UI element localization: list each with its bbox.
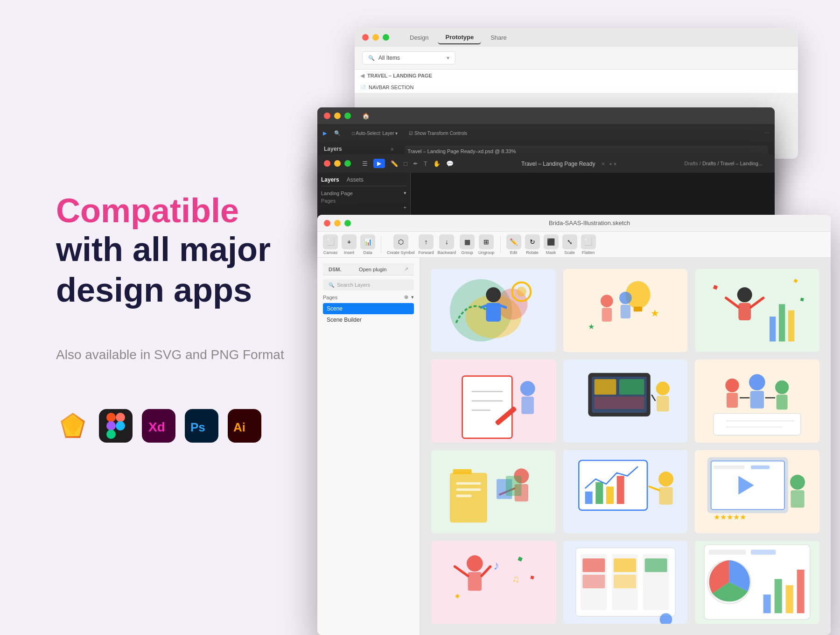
- sketch-body: DSM. Open plugin ↗ 🔍 Search Layers Pages…: [317, 258, 831, 635]
- svg-point-102: [467, 556, 483, 572]
- sketch-pages-section: Pages ⊕ ▾ Scene Scene Builder: [323, 294, 414, 325]
- figma-main-maximize[interactable]: [344, 160, 351, 167]
- layers-tab[interactable]: Layers: [321, 176, 339, 183]
- svg-text:Ps: Ps: [190, 420, 205, 434]
- navbar-section-item: 📄 NAVBAR SECTION: [355, 82, 798, 93]
- prototype-tab[interactable]: Prototype: [438, 31, 481, 44]
- svg-point-89: [658, 472, 673, 487]
- svg-rect-69: [714, 414, 801, 436]
- svg-rect-41: [779, 304, 785, 342]
- headline: Compatible with all major design apps: [56, 192, 294, 310]
- svg-rect-87: [606, 487, 614, 504]
- design-tab[interactable]: Design: [402, 31, 436, 44]
- ai-icon: Ai: [228, 409, 261, 443]
- illustration-11: [563, 541, 688, 624]
- figma-main-minimize[interactable]: [334, 160, 341, 167]
- scale-tool[interactable]: ⤡ Scale: [562, 234, 577, 255]
- group-tool[interactable]: ▦ Group: [460, 234, 475, 255]
- svg-rect-53: [521, 397, 534, 414]
- svg-rect-6: [116, 413, 125, 422]
- scene-builder-page[interactable]: Scene Builder: [323, 314, 414, 325]
- ps-minimize[interactable]: [334, 113, 341, 119]
- subtitle-text: Also available in SVG and PNG Format: [56, 347, 294, 362]
- svg-rect-126: [775, 579, 782, 613]
- ungroup-tool[interactable]: ⊞ Ungroup: [478, 234, 495, 255]
- maximize-button[interactable]: [383, 34, 389, 41]
- svg-point-52: [520, 381, 535, 396]
- svg-point-20: [486, 288, 501, 303]
- canvas-tool[interactable]: ⬜ Canvas: [323, 234, 338, 255]
- scene-page[interactable]: Scene: [323, 303, 414, 314]
- sketch-plugin-bar: DSM. Open plugin ↗: [323, 263, 414, 275]
- insert-tool[interactable]: + Insert: [342, 234, 357, 255]
- svg-rect-32: [620, 305, 630, 318]
- rotate-tool[interactable]: ↻ Rotate: [525, 234, 540, 255]
- svg-rect-5: [106, 413, 116, 422]
- backward-tool[interactable]: ↓ Backward: [438, 234, 456, 255]
- minimize-button[interactable]: [372, 34, 379, 41]
- svg-rect-7: [106, 421, 116, 430]
- edit-tool[interactable]: ✏️ Edit: [506, 234, 521, 255]
- svg-rect-77: [456, 495, 471, 497]
- svg-rect-99: [791, 490, 805, 508]
- svg-point-25: [517, 287, 526, 296]
- svg-rect-119: [614, 575, 636, 588]
- illustration-1: [431, 269, 556, 352]
- create-symbol-tool[interactable]: ⬡ Create Symbol: [387, 234, 415, 255]
- share-tab[interactable]: Share: [483, 31, 514, 44]
- mask-tool[interactable]: ⬛ Mask: [544, 234, 559, 255]
- svg-rect-59: [594, 397, 644, 409]
- svg-rect-61: [657, 396, 669, 411]
- svg-point-98: [790, 475, 805, 490]
- sketch-canvas: ★ ★: [420, 258, 831, 635]
- svg-text:♪: ♪: [493, 558, 499, 572]
- svg-rect-118: [614, 558, 636, 572]
- svg-rect-66: [750, 391, 764, 409]
- svg-rect-37: [739, 303, 751, 320]
- svg-rect-35: [695, 269, 819, 352]
- svg-rect-117: [582, 575, 605, 588]
- svg-point-36: [737, 288, 752, 303]
- headline-rest-line1: with all major: [56, 229, 294, 269]
- sketch-search-layers[interactable]: 🔍 Search Layers: [323, 279, 414, 290]
- sketch-toolbar: ⬜ Canvas + Insert 📊 Data ⬡ Create Symbol…: [317, 232, 831, 258]
- ps-icon: Ps: [185, 409, 218, 443]
- flatten-tool[interactable]: ⬜ Flatten: [581, 234, 596, 255]
- headline-rest-line2: design apps: [56, 270, 294, 310]
- figma-tabs: Design Prototype Share: [402, 31, 514, 44]
- illustration-8: [563, 450, 688, 533]
- ps-maximize[interactable]: [344, 113, 351, 119]
- svg-rect-76: [456, 488, 481, 491]
- figma-main-close[interactable]: [324, 160, 330, 167]
- forward-tool[interactable]: ↑ Forward: [419, 234, 434, 255]
- sketch-icon: [56, 409, 90, 443]
- illustration-4: [431, 360, 556, 443]
- svg-rect-21: [486, 303, 501, 322]
- svg-rect-82: [506, 476, 521, 496]
- data-tool[interactable]: 📊 Data: [360, 234, 375, 255]
- svg-point-31: [619, 292, 632, 304]
- illustration-12: [695, 541, 819, 624]
- close-button[interactable]: [362, 34, 369, 41]
- sketch-minimize[interactable]: [334, 220, 341, 226]
- svg-rect-8: [106, 430, 116, 439]
- illustration-3: [695, 269, 819, 352]
- svg-rect-130: [751, 550, 776, 555]
- illustration-7: [431, 450, 556, 533]
- right-panel: Design Prototype Share 🔍 All Items ▾ ◀ T…: [317, 0, 840, 635]
- svg-rect-28: [633, 307, 642, 312]
- illustration-9: ★★★★★: [695, 450, 819, 533]
- sketch-maximize[interactable]: [344, 220, 351, 226]
- svg-text:★★★★★: ★★★★★: [714, 513, 746, 521]
- add-page-button[interactable]: ⊕: [404, 294, 408, 300]
- all-items-search[interactable]: 🔍 All Items ▾: [362, 51, 455, 64]
- sketch-close[interactable]: [324, 220, 330, 226]
- svg-text:★: ★: [588, 323, 595, 331]
- sketch-window: Brida-SAAS-Illustration.sketch ⬜ Canvas …: [317, 215, 831, 635]
- svg-rect-30: [602, 308, 611, 322]
- svg-rect-88: [616, 476, 624, 504]
- sketch-titlebar: Brida-SAAS-Illustration.sketch: [317, 215, 831, 232]
- ps-close[interactable]: [324, 113, 330, 119]
- svg-rect-103: [468, 572, 482, 591]
- assets-tab[interactable]: Assets: [347, 176, 364, 183]
